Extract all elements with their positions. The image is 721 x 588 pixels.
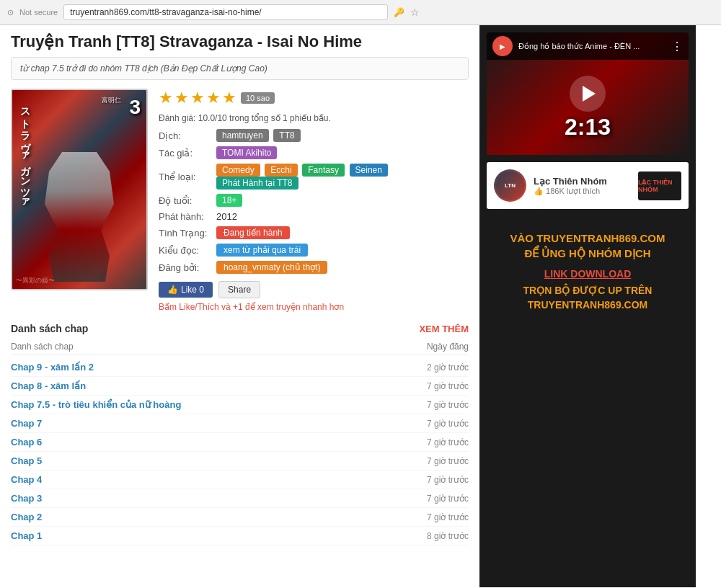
fb-actions: 👍 Like 0 Share [159,281,469,298]
chapter-link[interactable]: Chap 6 [11,437,42,447]
page-wrapper: Truyện Tranh [TT8] Stravaganza - Isai No… [0,25,721,587]
tag-tt8[interactable]: TT8 [273,129,300,142]
fb-hint: Bấm Like/Thích và +1 để xem truyện nhanh… [159,302,469,312]
chapter-date: 7 giờ trước [427,381,469,391]
chapter-link[interactable]: Chap 7 [11,418,42,429]
chapter-link[interactable]: Chap 2 [11,512,42,522]
chapter-table-header: Danh sách chap Ngày đăng [11,342,469,355]
table-row: Chap 5 7 giờ trước [11,452,469,471]
fb-page-avatar: LTN [494,169,526,202]
video-menu-dots-icon[interactable]: ⋮ [671,40,683,53]
star-3: ★ [190,89,205,107]
chapter-link[interactable]: Chap 5 [11,455,42,466]
stars-row: ★ ★ ★ ★ ★ 10 sao [159,89,469,107]
dich-value-1: hamtruyen TT8 [216,129,303,142]
chapter-header: Danh sách chap XEM THÊM [11,323,469,334]
promo-line-4: TRUYENTRANH869.COM [528,299,647,311]
star-icon[interactable]: ☆ [410,6,420,18]
table-row: Chap 1 8 giờ trước [11,527,469,545]
cover-figure [36,152,123,282]
promo-line-2: ĐỂ ỦNG HỘ NHÓM DỊCH [524,247,650,259]
thumbs-icon: 👍 [534,187,544,195]
table-row: Chap 6 7 giờ trước [11,433,469,452]
sidebar-promo: VÀO TRUYENTRANH869.COM ĐỂ ỦNG HỘ NHÓM DỊ… [487,220,689,323]
tac-gia-label: Tác giả: [159,148,216,159]
info-the-loai: Thể loại: Comedy Ecchi Fantasy Seinen Ph… [159,164,469,190]
link-download[interactable]: LINK DOWNLOAD [494,268,681,280]
table-row: Chap 7.5 - trò tiêu khiển của nữ hoàng 7… [11,396,469,414]
chapter-table: Danh sách chap Ngày đăng Chap 9 - xâm lấ… [11,342,469,545]
table-row: Chap 8 - xâm lấn 7 giờ trước [11,377,469,396]
kieu-doc-value: xem từ phải qua trái [216,244,308,257]
chapter-link[interactable]: Chap 3 [11,493,42,504]
info-phat-hanh: Phát hành: 2012 [159,211,469,222]
fb-like-button[interactable]: 👍 Like 0 [159,282,213,298]
dang-boi-label: Đăng bởi: [159,262,216,273]
tag-phat-hanh[interactable]: Phát Hành tại TT8 [216,177,298,190]
cover-jp-text: ストラヴァガンツァ [18,101,31,205]
info-tinh-trang: Tình Trạng: Đang tiến hành [159,226,469,239]
chapter-link[interactable]: Chap 8 - xâm lấn [11,380,86,391]
page-title: Truyện Tranh [TT8] Stravaganza - Isai No… [11,32,469,51]
chapter-link[interactable]: Chap 1 [11,530,42,541]
cover-sub-text: 〜異彩の姫〜 [16,276,55,285]
do-tuoi-label: Độ tuổi: [159,195,216,206]
chapter-list-title: Danh sách chap [11,323,88,334]
manga-details: ★ ★ ★ ★ ★ 10 sao Đánh giá: 10.0/10 trong… [159,89,469,312]
chapter-date: 7 giờ trước [427,456,469,466]
chapter-date: 8 giờ trước [427,531,469,541]
chapter-date: 7 giờ trước [427,400,469,410]
fb-watermark-logo: LẠC THIÊN NHÓM [638,172,681,200]
tag-fantasy[interactable]: Fantasy [302,164,345,177]
table-row: Chap 4 7 giờ trước [11,471,469,489]
fb-page-name: Lạc Thiên Nhóm [534,176,631,187]
fb-page-info: Lạc Thiên Nhóm 👍 186K lượt thích [534,176,631,196]
table-row: Chap 2 7 giờ trước [11,508,469,527]
main-content: Truyện Tranh [TT8] Stravaganza - Isai No… [0,25,479,587]
chapter-date: 2 giờ trước [427,362,469,373]
fb-share-button[interactable]: Share [218,281,260,298]
tag-comedy[interactable]: Comedy [216,164,260,177]
video-title-bar: ▶ Đồng hồ báo thức Anime - ĐÈN ... ⋮ [487,32,689,60]
votes-badge: 10 sao [241,92,275,104]
dich-label: Dịch: [159,130,216,141]
chapter-section: Danh sách chap XEM THÊM Danh sách chap N… [11,323,469,545]
kieu-doc-label: Kiểu đọc: [159,245,216,256]
video-title-text: Đồng hồ báo thức Anime - ĐÈN ... [518,42,665,51]
promo-line-3: TRỌN BỘ ĐƯỢC UP TRÊN [523,285,653,296]
col-name-header: Danh sách chap [11,342,74,352]
info-kieu-doc: Kiểu đọc: xem từ phải qua trái [159,244,469,257]
video-time: 2:13 [565,114,611,141]
fb-avatar-image: LTN [496,172,525,200]
tag-hamtruyen[interactable]: hamtruyen [216,129,269,142]
tac-gia-value[interactable]: TOMI Akihito [216,146,277,159]
xem-them-link[interactable]: XEM THÊM [419,324,469,334]
the-loai-label: Thể loại: [159,172,216,182]
info-tac-gia: Tác giả: TOMI Akihito [159,146,469,159]
chapter-date: 7 giờ trước [427,512,469,522]
cover-number: 3 [129,96,141,119]
fb-like-label: Like 0 [181,285,204,295]
manga-cover[interactable]: ストラヴァガンツァ 3 富明仁 〜異彩の姫〜 [11,89,148,290]
manga-info: ストラヴァガンツァ 3 富明仁 〜異彩の姫〜 ★ ★ ★ ★ ★ 1 [11,89,469,312]
info-do-tuoi: Độ tuổi: 18+ [159,194,469,207]
notice-box: từ chap 7.5 trở đi do nhóm TT8 dịch (Bản… [11,57,469,80]
chapter-link[interactable]: Chap 4 [11,474,42,485]
url-bar[interactable]: truyentranh869.com/tt8-stravaganza-isai-… [63,4,388,20]
star-4: ★ [206,89,221,107]
tinh-trang-value: Đang tiến hành [216,226,290,239]
star-1: ★ [159,89,173,107]
chapter-date: 7 giờ trước [427,419,469,429]
the-loai-tags: Comedy Ecchi Fantasy Seinen Phát Hành tạ… [216,164,469,190]
chapter-link[interactable]: Chap 7.5 - trò tiêu khiển của nữ hoàng [11,399,181,410]
table-row: Chap 9 - xâm lấn 2 2 giờ trước [11,358,469,377]
tag-ecchi[interactable]: Ecchi [265,164,297,177]
star-2: ★ [174,89,189,107]
tag-seinen[interactable]: Seinen [350,164,388,177]
sidebar-video[interactable]: 2:13 ▶ Đồng hồ báo thức Anime - ĐÈN ... … [487,32,689,155]
sidebar-fb-box: LTN Lạc Thiên Nhóm 👍 186K lượt thích LẠC… [487,162,689,209]
fb-page-likes: 👍 186K lượt thích [534,187,631,196]
chapter-link[interactable]: Chap 9 - xâm lấn 2 [11,362,94,373]
play-button[interactable] [570,76,606,112]
security-label: Not secure [19,8,58,17]
